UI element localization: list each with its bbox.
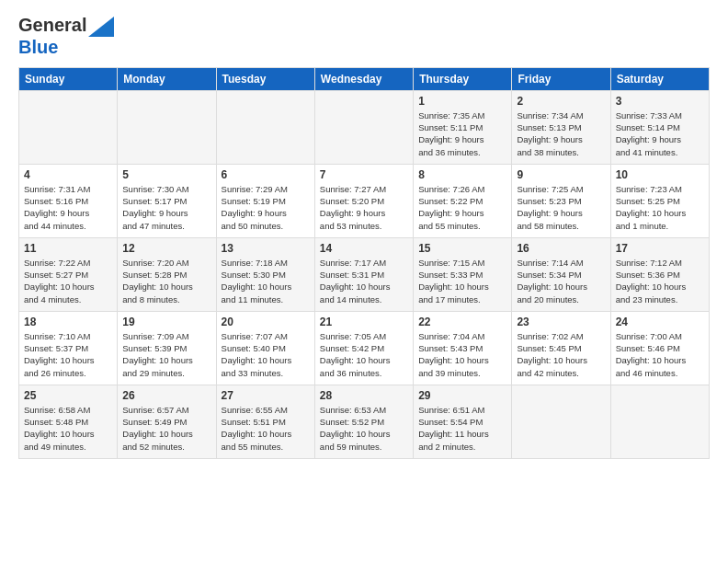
day-number: 9	[517, 168, 605, 181]
header-row: SundayMondayTuesdayWednesdayThursdayFrid…	[19, 67, 710, 90]
day-cell: 28Sunrise: 6:53 AM Sunset: 5:52 PM Dayli…	[314, 385, 413, 458]
day-cell: 20Sunrise: 7:07 AM Sunset: 5:40 PM Dayli…	[216, 311, 314, 385]
col-header-thursday: Thursday	[414, 67, 512, 90]
day-number: 26	[122, 389, 210, 402]
day-cell: 8Sunrise: 7:26 AM Sunset: 5:22 PM Daylig…	[414, 164, 512, 237]
day-cell: 21Sunrise: 7:05 AM Sunset: 5:42 PM Dayli…	[314, 311, 413, 385]
day-info: Sunrise: 7:27 AM Sunset: 5:20 PM Dayligh…	[320, 183, 408, 232]
day-number: 15	[418, 242, 506, 255]
day-cell: 5Sunrise: 7:30 AM Sunset: 5:17 PM Daylig…	[118, 164, 216, 237]
day-cell: 3Sunrise: 7:33 AM Sunset: 5:14 PM Daylig…	[610, 90, 709, 164]
day-cell	[216, 90, 314, 164]
day-number: 20	[222, 316, 310, 328]
day-info: Sunrise: 6:57 AM Sunset: 5:49 PM Dayligh…	[122, 404, 210, 453]
day-number: 23	[517, 316, 605, 328]
day-info: Sunrise: 7:15 AM Sunset: 5:33 PM Dayligh…	[418, 257, 506, 305]
day-cell: 17Sunrise: 7:12 AM Sunset: 5:36 PM Dayli…	[610, 237, 709, 311]
day-cell: 12Sunrise: 7:20 AM Sunset: 5:28 PM Dayli…	[118, 237, 216, 311]
day-info: Sunrise: 7:10 AM Sunset: 5:37 PM Dayligh…	[24, 330, 112, 379]
day-number: 28	[320, 389, 408, 402]
day-cell: 22Sunrise: 7:04 AM Sunset: 5:43 PM Dayli…	[414, 311, 512, 385]
day-number: 16	[517, 242, 605, 255]
page: General Blue SundayMondayTuesdayWednesda…	[0, 0, 728, 468]
day-info: Sunrise: 7:22 AM Sunset: 5:27 PM Dayligh…	[24, 257, 112, 305]
day-cell: 15Sunrise: 7:15 AM Sunset: 5:33 PM Dayli…	[414, 237, 512, 311]
day-number: 19	[122, 316, 210, 328]
calendar-table: SundayMondayTuesdayWednesdayThursdayFrid…	[18, 67, 710, 459]
day-number: 7	[320, 168, 408, 181]
day-number: 12	[122, 242, 210, 255]
day-cell: 7Sunrise: 7:27 AM Sunset: 5:20 PM Daylig…	[314, 164, 413, 237]
day-cell: 11Sunrise: 7:22 AM Sunset: 5:27 PM Dayli…	[19, 237, 118, 311]
day-number: 13	[222, 242, 310, 255]
day-cell: 14Sunrise: 7:17 AM Sunset: 5:31 PM Dayli…	[314, 237, 413, 311]
day-info: Sunrise: 6:58 AM Sunset: 5:48 PM Dayligh…	[24, 404, 112, 453]
day-info: Sunrise: 7:12 AM Sunset: 5:36 PM Dayligh…	[616, 257, 704, 305]
col-header-monday: Monday	[118, 67, 216, 90]
day-cell: 18Sunrise: 7:10 AM Sunset: 5:37 PM Dayli…	[19, 311, 118, 385]
day-number: 3	[616, 95, 704, 108]
logo-blue: Blue	[18, 37, 114, 58]
day-number: 29	[418, 389, 506, 402]
day-cell: 1Sunrise: 7:35 AM Sunset: 5:11 PM Daylig…	[414, 90, 512, 164]
day-number: 10	[616, 168, 704, 181]
day-info: Sunrise: 7:04 AM Sunset: 5:43 PM Dayligh…	[418, 330, 506, 379]
day-number: 22	[418, 316, 506, 328]
day-info: Sunrise: 7:05 AM Sunset: 5:42 PM Dayligh…	[320, 330, 408, 379]
week-row-1: 1Sunrise: 7:35 AM Sunset: 5:11 PM Daylig…	[19, 90, 710, 164]
day-info: Sunrise: 7:09 AM Sunset: 5:39 PM Dayligh…	[122, 330, 210, 379]
day-number: 18	[24, 316, 112, 328]
header: General Blue	[18, 15, 710, 58]
day-cell: 26Sunrise: 6:57 AM Sunset: 5:49 PM Dayli…	[118, 385, 216, 458]
day-cell: 23Sunrise: 7:02 AM Sunset: 5:45 PM Dayli…	[512, 311, 610, 385]
col-header-sunday: Sunday	[19, 67, 118, 90]
day-info: Sunrise: 7:34 AM Sunset: 5:13 PM Dayligh…	[517, 109, 605, 158]
day-info: Sunrise: 7:31 AM Sunset: 5:16 PM Dayligh…	[24, 183, 112, 232]
day-info: Sunrise: 7:02 AM Sunset: 5:45 PM Dayligh…	[517, 330, 605, 379]
day-number: 2	[517, 95, 605, 108]
day-info: Sunrise: 7:25 AM Sunset: 5:23 PM Dayligh…	[517, 183, 605, 232]
day-cell: 25Sunrise: 6:58 AM Sunset: 5:48 PM Dayli…	[19, 385, 118, 458]
week-row-3: 11Sunrise: 7:22 AM Sunset: 5:27 PM Dayli…	[19, 237, 710, 311]
day-info: Sunrise: 7:26 AM Sunset: 5:22 PM Dayligh…	[418, 183, 506, 232]
day-info: Sunrise: 7:18 AM Sunset: 5:30 PM Dayligh…	[222, 257, 310, 305]
day-number: 1	[418, 95, 506, 108]
col-header-saturday: Saturday	[610, 67, 709, 90]
col-header-friday: Friday	[512, 67, 610, 90]
col-header-tuesday: Tuesday	[216, 67, 314, 90]
day-cell	[19, 90, 118, 164]
week-row-2: 4Sunrise: 7:31 AM Sunset: 5:16 PM Daylig…	[19, 164, 710, 237]
week-row-5: 25Sunrise: 6:58 AM Sunset: 5:48 PM Dayli…	[19, 385, 710, 458]
day-number: 8	[418, 168, 506, 181]
day-info: Sunrise: 7:30 AM Sunset: 5:17 PM Dayligh…	[122, 183, 210, 232]
logo: General Blue	[18, 15, 114, 58]
day-number: 14	[320, 242, 408, 255]
day-cell: 24Sunrise: 7:00 AM Sunset: 5:46 PM Dayli…	[610, 311, 709, 385]
day-cell: 27Sunrise: 6:55 AM Sunset: 5:51 PM Dayli…	[216, 385, 314, 458]
day-info: Sunrise: 6:55 AM Sunset: 5:51 PM Dayligh…	[222, 404, 310, 453]
day-info: Sunrise: 7:20 AM Sunset: 5:28 PM Dayligh…	[122, 257, 210, 305]
day-cell: 4Sunrise: 7:31 AM Sunset: 5:16 PM Daylig…	[19, 164, 118, 237]
day-number: 17	[616, 242, 704, 255]
day-info: Sunrise: 6:53 AM Sunset: 5:52 PM Dayligh…	[320, 404, 408, 453]
week-row-4: 18Sunrise: 7:10 AM Sunset: 5:37 PM Dayli…	[19, 311, 710, 385]
day-info: Sunrise: 7:23 AM Sunset: 5:25 PM Dayligh…	[616, 183, 704, 232]
day-cell: 6Sunrise: 7:29 AM Sunset: 5:19 PM Daylig…	[216, 164, 314, 237]
day-cell	[118, 90, 216, 164]
day-info: Sunrise: 7:00 AM Sunset: 5:46 PM Dayligh…	[616, 330, 704, 379]
day-number: 25	[24, 389, 112, 402]
day-number: 24	[616, 316, 704, 328]
day-cell: 9Sunrise: 7:25 AM Sunset: 5:23 PM Daylig…	[512, 164, 610, 237]
day-info: Sunrise: 7:17 AM Sunset: 5:31 PM Dayligh…	[320, 257, 408, 305]
day-cell: 2Sunrise: 7:34 AM Sunset: 5:13 PM Daylig…	[512, 90, 610, 164]
day-number: 21	[320, 316, 408, 328]
day-info: Sunrise: 7:07 AM Sunset: 5:40 PM Dayligh…	[222, 330, 310, 379]
day-cell: 29Sunrise: 6:51 AM Sunset: 5:54 PM Dayli…	[414, 385, 512, 458]
day-info: Sunrise: 7:35 AM Sunset: 5:11 PM Dayligh…	[418, 109, 506, 158]
day-cell: 10Sunrise: 7:23 AM Sunset: 5:25 PM Dayli…	[610, 164, 709, 237]
day-number: 11	[24, 242, 112, 255]
day-info: Sunrise: 6:51 AM Sunset: 5:54 PM Dayligh…	[418, 404, 506, 453]
day-number: 5	[122, 168, 210, 181]
day-cell: 19Sunrise: 7:09 AM Sunset: 5:39 PM Dayli…	[118, 311, 216, 385]
day-number: 6	[222, 168, 310, 181]
